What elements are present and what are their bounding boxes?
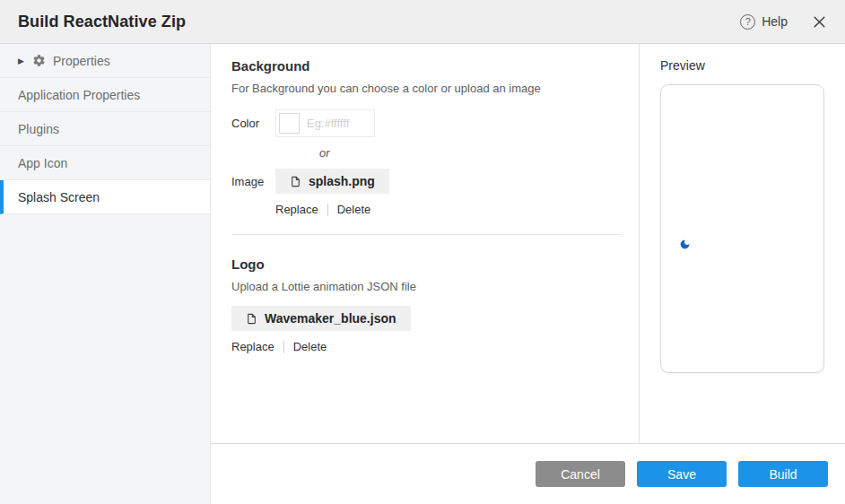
link-separator — [327, 204, 328, 216]
sidebar-item-label: Plugins — [18, 122, 59, 136]
splash-preview-frame — [660, 84, 824, 373]
color-hex-input[interactable] — [300, 113, 371, 134]
sidebar-item-label: Splash Screen — [18, 190, 100, 204]
logo-section-description: Upload a Lottie animation JSON file — [231, 280, 622, 293]
sidebar-item-label: Application Properties — [18, 88, 140, 102]
help-button[interactable]: ? Help — [740, 14, 788, 30]
sidebar-item-application-properties[interactable]: Application Properties — [0, 78, 210, 112]
file-icon — [290, 175, 301, 188]
file-icon — [246, 312, 257, 326]
logo-section-title: Logo — [231, 256, 622, 272]
cancel-button[interactable]: Cancel — [536, 461, 625, 487]
sidebar-item-splash-screen[interactable]: Splash Screen — [0, 180, 210, 214]
sidebar: ▶ Properties Application Properties Plug… — [0, 44, 211, 504]
background-image-file-name: splash.png — [309, 174, 375, 188]
sidebar-item-label: Properties — [53, 54, 110, 68]
color-swatch[interactable] — [279, 113, 300, 134]
sidebar-item-properties[interactable]: ▶ Properties — [0, 44, 210, 78]
dialog-title: Build ReactNative Zip — [18, 13, 186, 31]
gear-icon — [32, 54, 46, 67]
color-input-group — [275, 109, 375, 137]
logo-file-chip[interactable]: Wavemaker_blue.json — [231, 306, 411, 331]
build-reactnative-zip-dialog: Build ReactNative Zip ? Help ▶ Propertie… — [0, 0, 845, 504]
logo-replace-link[interactable]: Replace — [231, 340, 274, 353]
caret-right-icon: ▶ — [18, 56, 24, 65]
dialog-footer: Cancel Save Build — [211, 443, 845, 504]
help-question-icon: ? — [740, 14, 755, 30]
color-field-label: Color — [231, 117, 275, 130]
preview-title: Preview — [660, 58, 845, 73]
or-label: or — [319, 146, 622, 160]
sidebar-item-app-icon[interactable]: App Icon — [0, 146, 210, 180]
image-delete-link[interactable]: Delete — [337, 203, 371, 216]
background-section-description: For Background you can choose a color or… — [231, 82, 622, 95]
sidebar-item-plugins[interactable]: Plugins — [0, 112, 210, 146]
help-label: Help — [762, 14, 788, 29]
sidebar-item-label: App Icon — [18, 156, 67, 170]
dialog-header: Build ReactNative Zip ? Help — [0, 0, 845, 44]
close-icon[interactable] — [812, 14, 827, 30]
save-button[interactable]: Save — [637, 461, 727, 487]
link-separator — [283, 341, 284, 353]
background-section-title: Background — [231, 58, 622, 74]
background-image-file-chip[interactable]: splash.png — [275, 169, 389, 194]
splash-screen-settings-panel: Background For Background you can choose… — [211, 44, 639, 443]
logo-file-name: Wavemaker_blue.json — [265, 311, 396, 326]
image-replace-link[interactable]: Replace — [275, 203, 318, 216]
preview-panel: Preview — [639, 44, 845, 443]
image-field-label: Image — [231, 175, 275, 188]
section-divider — [231, 234, 622, 235]
build-button[interactable]: Build — [738, 461, 828, 487]
lottie-logo-crescent-icon — [679, 239, 691, 250]
logo-delete-link[interactable]: Delete — [293, 340, 327, 353]
